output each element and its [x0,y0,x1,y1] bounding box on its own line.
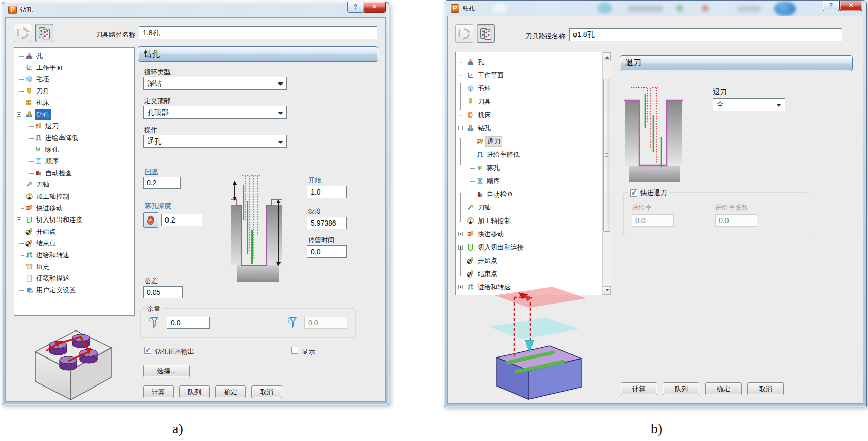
cancel-button[interactable]: 取消 [747,382,784,395]
tree-item[interactable]: 自动检查 [14,168,125,179]
draw-checkbox[interactable] [291,347,298,354]
cycle-type-select[interactable]: 深钻 [143,77,287,90]
tree-item-label[interactable]: 自动检查 [485,189,515,200]
tree-item[interactable]: 孔 [456,56,593,68]
tree-item-label[interactable]: 进给和转速 [35,250,71,260]
tree-item-label[interactable]: 刀轴 [35,180,51,190]
tree-item-label[interactable]: 孔 [35,51,44,61]
operation-select[interactable]: 通孔 [143,135,287,148]
peck-depth-input[interactable] [161,214,202,226]
tree-item[interactable]: 退刀 [456,135,593,148]
peck-depth-link[interactable]: 啄孔深度 [145,202,171,211]
tree-item-label[interactable]: 退刀 [44,121,60,131]
tree-item-label[interactable]: 孔 [476,57,486,67]
toolpath-name-input[interactable] [569,28,842,41]
tree-item[interactable]: 钻孔 [14,109,125,120]
tree-item-label[interactable]: 啄孔 [485,163,501,173]
start-input[interactable] [307,186,347,198]
tree-item[interactable]: 快进移动 [456,228,593,240]
start-link[interactable]: 开始 [308,176,321,185]
tree-item-label[interactable]: 加工轴控制 [35,191,71,202]
expander-expand-icon[interactable] [458,232,463,236]
tree-item-label[interactable]: 刀具 [35,86,51,96]
tree-item[interactable]: 啄孔 [14,144,125,155]
tree-item-label[interactable]: 结束点 [35,238,58,249]
clearance-input[interactable] [143,177,181,189]
scroll-down-icon[interactable] [603,286,611,295]
tree-item-label[interactable]: 机床 [35,98,51,108]
tree-item-label[interactable]: 快进移动 [35,203,64,213]
calculate-button[interactable]: 计算 [143,385,174,398]
tree-item-label[interactable]: 进给率降低 [44,133,80,143]
expander-expand-icon[interactable] [17,253,21,257]
help-button[interactable]: ? [823,1,839,11]
tree-item[interactable]: 结束点 [456,267,593,280]
ok-button[interactable]: 确定 [705,382,742,395]
tree-item-label[interactable]: 顺序 [44,156,60,167]
toolpath-name-input[interactable] [139,26,377,39]
tree-item[interactable]: 加工轴控制 [456,214,593,227]
tree-item-label[interactable]: 历史 [35,262,51,272]
tree-scrollbar[interactable] [602,52,611,295]
tree-item[interactable]: 刀具 [14,86,125,97]
queue-button[interactable]: 队列 [179,385,210,398]
tree-item[interactable]: 切入切出和连接 [456,241,593,254]
tree-item-label[interactable]: 退刀 [485,136,502,147]
cancel-button[interactable]: 取消 [251,385,282,398]
tree-item-label[interactable]: 钻孔 [476,123,492,133]
tree-item[interactable]: 刀具 [456,95,593,108]
help-button[interactable]: ? [347,2,364,13]
tree-item-label[interactable]: 加工轴控制 [476,216,512,226]
tree-item[interactable]: 开始点 [456,254,593,267]
scroll-up-icon[interactable] [603,52,611,61]
rapid-retract-checkbox[interactable] [630,189,637,197]
tree-item-label[interactable]: 毛坯 [35,74,51,85]
select-button[interactable]: 选择... [143,365,190,377]
queue-button[interactable]: 队列 [663,382,699,395]
tree-item-label[interactable]: 用户定义设置 [35,285,77,295]
tree-item[interactable]: 进给率降低 [14,132,125,144]
tree-item[interactable]: 退刀 [14,121,125,132]
manual-peck-button[interactable] [143,212,158,228]
tree-item[interactable]: 切入切出和连接 [14,214,125,226]
tree-item-label[interactable]: 便笺和描述 [35,273,71,284]
tree-item[interactable]: 啄孔 [456,161,593,174]
axial-thickness-input[interactable] [167,317,210,329]
tree-item[interactable]: 进给和转速 [14,250,125,261]
tree-item-label[interactable]: 结束点 [476,269,499,279]
cycle-output-checkbox[interactable] [144,347,151,354]
clearance-link[interactable]: 间隙 [145,167,158,176]
close-button[interactable]: ✕ [363,2,386,13]
tree-item[interactable]: 工作平面 [14,62,125,73]
tree-item[interactable]: 加工轴控制 [14,191,125,202]
tree-item-label[interactable]: 刀具 [476,97,492,107]
tree-item[interactable]: 自动检查 [456,188,593,201]
tree-item[interactable]: 机床 [456,108,593,121]
depth-input[interactable] [307,217,347,229]
tree-item[interactable]: 刀轴 [14,179,125,190]
tree-item[interactable]: 工作平面 [456,69,593,81]
tree-item[interactable]: 钻孔 [456,122,593,134]
recalculate-button[interactable] [455,24,473,43]
tree-item[interactable]: 刀轴 [456,201,593,214]
ok-button[interactable]: 确定 [215,385,246,398]
titlebar[interactable]: P 钻孔 [2,2,389,17]
recalculate-button[interactable] [14,24,32,42]
dwell-input[interactable] [307,245,347,258]
tree-item[interactable]: 便笺和描述 [14,273,125,284]
expander-expand-icon[interactable] [458,285,463,289]
scrollbar-thumb[interactable] [603,79,610,232]
expander-collapse-icon[interactable] [17,112,21,117]
strategy-button[interactable] [35,24,53,42]
expander-expand-icon[interactable] [17,217,21,222]
tree-item[interactable]: 机床 [14,97,125,108]
tree-item-label[interactable]: 自动检查 [44,168,73,178]
tree-item-label[interactable]: 啄孔 [44,145,60,155]
close-button[interactable]: ✕ [839,1,862,11]
tree-item[interactable]: 毛坯 [456,82,593,95]
tree-item-label[interactable]: 开始点 [476,256,499,266]
tree-item[interactable]: 进给率降低 [456,148,593,161]
tree-item-label[interactable]: 切入切出和连接 [476,242,525,253]
tree-item-label[interactable]: 钻孔 [35,109,51,120]
tree-item-label[interactable]: 机床 [476,110,492,120]
